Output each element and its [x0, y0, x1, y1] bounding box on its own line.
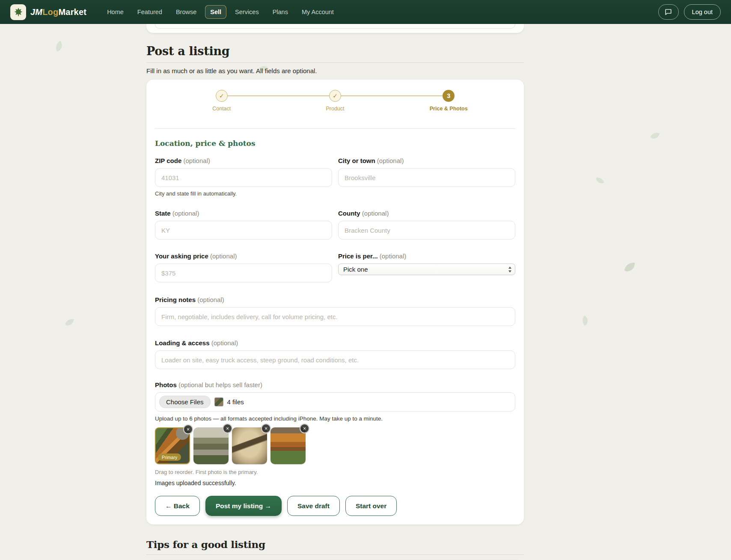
leaf-decoration: [595, 175, 605, 185]
nav-right: Log out: [658, 4, 721, 20]
state-field: State (optional): [155, 210, 332, 240]
brand-name: JMLogMarket: [30, 7, 86, 17]
stepper-step-product[interactable]: ✓ Product: [301, 90, 369, 112]
state-label: State (optional): [155, 210, 332, 217]
remove-photo-icon[interactable]: ×: [300, 424, 309, 433]
pricing-notes-input[interactable]: [155, 307, 515, 326]
asking-price-label: Your asking price (optional): [155, 252, 332, 260]
brand-jm: JM: [30, 7, 42, 17]
photos-help: Upload up to 6 photos — all formats acce…: [155, 415, 515, 422]
chat-button[interactable]: [658, 4, 679, 20]
photo-thumbnail-4[interactable]: ×: [270, 427, 306, 464]
previous-card-remnant: [146, 24, 524, 33]
check-icon: ✓: [216, 90, 228, 102]
photo-thumbnail-2[interactable]: ×: [193, 427, 229, 464]
asking-price-field: Your asking price (optional): [155, 252, 332, 282]
back-button[interactable]: ← Back: [155, 496, 200, 516]
top-nav: JMLogMarket Home Featured Browse Sell Se…: [0, 0, 731, 24]
photo-thumbnails: × Primary × × ×: [155, 427, 515, 464]
nav-item-plans[interactable]: Plans: [267, 5, 293, 19]
leaf-decoration: [52, 39, 66, 53]
listing-form-card: ✓ Contact ✓ Product 3 Price & Photos Loc…: [146, 80, 524, 524]
nav-item-browse[interactable]: Browse: [171, 5, 202, 19]
files-count: 4 files: [227, 398, 244, 406]
file-preview-thumbnail: [214, 397, 223, 406]
stepper-label-contact: Contact: [212, 106, 231, 112]
photo-thumbnail-1[interactable]: × Primary: [155, 427, 190, 464]
stepper-step-price-photos[interactable]: 3 Price & Photos: [414, 90, 483, 112]
nav-item-my-account[interactable]: My Account: [297, 5, 339, 19]
choose-files-button[interactable]: Choose Files: [159, 396, 211, 408]
previous-input-bottom-edge: [155, 24, 515, 29]
photos-file-input[interactable]: Choose Files 4 files: [155, 392, 515, 412]
brand-log: Log: [42, 7, 58, 17]
stepper-label-product: Product: [326, 106, 344, 112]
tips-title: Tips for a good listing: [146, 539, 524, 550]
stepper-step-contact[interactable]: ✓ Contact: [187, 90, 256, 112]
photo-thumbnail-3[interactable]: ×: [232, 427, 267, 464]
price-per-label: Price is per... (optional): [338, 252, 515, 260]
zip-help: City and state fill in automatically.: [155, 190, 332, 197]
price-per-field: Price is per... (optional) Pick one: [338, 252, 515, 282]
save-draft-button[interactable]: Save draft: [287, 496, 340, 516]
upload-status: Images uploaded successfully.: [155, 480, 515, 486]
city-label: City or town (optional): [338, 157, 515, 164]
main-nav: Home Featured Browse Sell Services Plans…: [102, 5, 339, 19]
drag-note: Drag to reorder. First photo is the prim…: [155, 469, 515, 475]
county-input[interactable]: [338, 221, 515, 240]
stepper: ✓ Contact ✓ Product 3 Price & Photos: [155, 90, 515, 121]
remove-photo-icon[interactable]: ×: [261, 424, 271, 433]
page-title: Post a listing: [146, 44, 524, 58]
loading-access-label: Loading & access (optional): [155, 339, 515, 347]
state-input[interactable]: [155, 221, 332, 240]
price-per-selected-value: Pick one: [343, 266, 508, 273]
zip-label: ZIP code (optional): [155, 157, 332, 164]
check-icon: ✓: [329, 90, 341, 102]
remove-photo-icon[interactable]: ×: [183, 424, 193, 434]
nav-item-featured[interactable]: Featured: [132, 5, 167, 19]
loading-access-input[interactable]: [155, 350, 515, 369]
speech-bubble-icon: [664, 8, 672, 16]
title-divider: [146, 62, 524, 63]
form-buttons: ← Back Post my listing → Save draft Star…: [155, 496, 515, 516]
photos-label: Photos (optional but helps sell faster): [155, 381, 515, 388]
nav-item-sell[interactable]: Sell: [205, 5, 226, 19]
stepper-divider: [155, 128, 515, 129]
leaf-logo-icon: [10, 4, 26, 20]
photos-field: Photos (optional but helps sell faster) …: [155, 381, 515, 486]
loading-access-field: Loading & access (optional): [155, 339, 515, 369]
stepper-label-price-photos: Price & Photos: [430, 106, 468, 112]
post-listing-button[interactable]: Post my listing →: [205, 496, 282, 516]
city-field: City or town (optional): [338, 157, 515, 197]
page-subtitle: Fill in as much or as little as you want…: [146, 67, 524, 74]
zip-input[interactable]: [155, 168, 332, 187]
price-per-select[interactable]: Pick one: [338, 264, 515, 275]
brand-logo[interactable]: JMLogMarket: [10, 4, 86, 20]
primary-badge: Primary: [158, 453, 181, 461]
logout-button[interactable]: Log out: [684, 4, 721, 20]
asking-price-input[interactable]: [155, 264, 332, 282]
pricing-notes-field: Pricing notes (optional): [155, 296, 515, 326]
tips-divider: [146, 554, 524, 555]
section-title: Location, price & photos: [155, 139, 515, 148]
county-label: County (optional): [338, 210, 515, 217]
leaf-decoration: [623, 260, 637, 274]
brand-market: Market: [58, 7, 86, 17]
leaf-decoration: [649, 129, 661, 142]
county-field: County (optional): [338, 210, 515, 240]
leaf-decoration: [64, 317, 76, 328]
start-over-button[interactable]: Start over: [345, 496, 397, 516]
step-number: 3: [443, 90, 455, 102]
leaf-decoration: [578, 314, 591, 327]
select-updown-icon: [508, 266, 512, 273]
nav-item-home[interactable]: Home: [102, 5, 129, 19]
nav-item-services[interactable]: Services: [230, 5, 264, 19]
zip-field: ZIP code (optional) City and state fill …: [155, 157, 332, 197]
city-input[interactable]: [338, 168, 515, 187]
pricing-notes-label: Pricing notes (optional): [155, 296, 515, 303]
remove-photo-icon[interactable]: ×: [223, 424, 232, 433]
